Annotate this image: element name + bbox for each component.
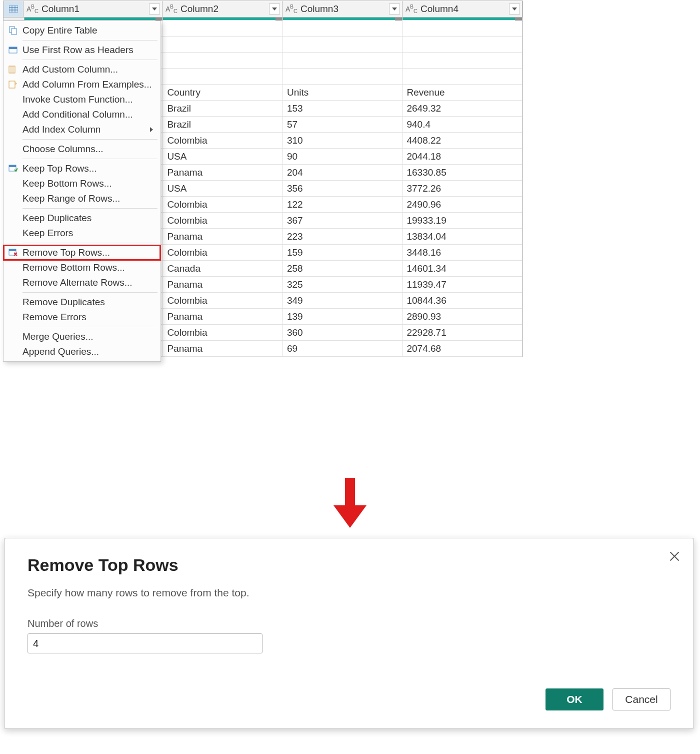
menu-remove-top-rows[interactable]: Remove Top Rows... <box>4 245 160 260</box>
cell[interactable]: Canada <box>163 261 283 277</box>
ok-button[interactable]: OK <box>546 688 604 710</box>
cell[interactable]: Country <box>163 85 283 101</box>
cell[interactable]: 57 <box>283 117 403 133</box>
cell[interactable] <box>163 21 283 37</box>
cell[interactable]: Colombia <box>163 245 283 261</box>
cell[interactable]: 360 <box>283 325 403 341</box>
cell[interactable] <box>163 37 283 53</box>
cell[interactable]: 349 <box>283 293 403 309</box>
cell[interactable]: 940.4 <box>402 117 522 133</box>
cell[interactable]: 14601.34 <box>402 261 522 277</box>
cell[interactable]: 356 <box>283 181 403 197</box>
table-menu-corner-button[interactable] <box>4 1 24 18</box>
cell[interactable]: 139 <box>283 309 403 325</box>
cell[interactable]: Panama <box>163 165 283 181</box>
menu-add-custom-column[interactable]: Add Custom Column... <box>4 62 160 77</box>
cell[interactable]: Panama <box>163 229 283 245</box>
cell[interactable]: 258 <box>283 261 403 277</box>
cell[interactable] <box>402 37 522 53</box>
cell[interactable] <box>163 53 283 69</box>
menu-append-queries[interactable]: Append Queries... <box>4 344 160 359</box>
abc-type-icon: ABC <box>286 4 298 14</box>
menu-keep-bottom-rows[interactable]: Keep Bottom Rows... <box>4 176 160 191</box>
menu-choose-columns[interactable]: Choose Columns... <box>4 142 160 157</box>
cell[interactable]: 3772.26 <box>402 181 522 197</box>
cell[interactable]: 13834.04 <box>402 229 522 245</box>
cell[interactable]: USA <box>163 149 283 165</box>
field-label: Number of rows <box>28 618 670 629</box>
cell[interactable]: 122 <box>283 197 403 213</box>
cell[interactable]: 4408.22 <box>402 133 522 149</box>
cell[interactable]: Colombia <box>163 133 283 149</box>
cell[interactable] <box>283 37 403 53</box>
cell[interactable] <box>283 53 403 69</box>
cell[interactable]: Panama <box>163 341 283 357</box>
cell[interactable]: 2044.18 <box>402 149 522 165</box>
cell[interactable]: 11939.47 <box>402 277 522 293</box>
cell[interactable] <box>283 21 403 37</box>
remove-top-rows-dialog: Remove Top Rows Specify how many rows to… <box>4 538 694 729</box>
column-header-4[interactable]: ABC Column4 <box>402 1 522 18</box>
column-header-2[interactable]: ABC Column2 <box>162 1 282 18</box>
cell[interactable]: 2490.96 <box>402 197 522 213</box>
menu-invoke-custom-function[interactable]: Invoke Custom Function... <box>4 92 160 107</box>
cell[interactable]: Revenue <box>402 85 522 101</box>
cell[interactable]: 69 <box>283 341 403 357</box>
menu-keep-range-of-rows[interactable]: Keep Range of Rows... <box>4 191 160 206</box>
cell[interactable]: Units <box>283 85 403 101</box>
menu-merge-queries[interactable]: Merge Queries... <box>4 329 160 344</box>
column-filter-button[interactable] <box>269 4 280 15</box>
column-filter-button[interactable] <box>149 4 160 15</box>
column-filter-button[interactable] <box>509 4 520 15</box>
cell[interactable]: 310 <box>283 133 403 149</box>
cell[interactable]: 2649.32 <box>402 101 522 117</box>
menu-add-index-column[interactable]: Add Index Column <box>4 122 160 137</box>
menu-add-column-from-examples[interactable]: Add Column From Examples... <box>4 77 160 92</box>
cell[interactable]: 90 <box>283 149 403 165</box>
column-filter-button[interactable] <box>389 4 400 15</box>
menu-remove-bottom-rows[interactable]: Remove Bottom Rows... <box>4 260 160 275</box>
cell[interactable]: 325 <box>283 277 403 293</box>
menu-keep-duplicates[interactable]: Keep Duplicates <box>4 211 160 226</box>
menu-remove-errors[interactable]: Remove Errors <box>4 310 160 325</box>
cell[interactable]: USA <box>163 181 283 197</box>
cell[interactable]: 19933.19 <box>402 213 522 229</box>
cell[interactable] <box>402 53 522 69</box>
column-header-3[interactable]: ABC Column3 <box>282 1 402 18</box>
cell[interactable] <box>402 21 522 37</box>
dialog-close-button[interactable] <box>668 549 682 563</box>
arrow-down-icon <box>332 478 368 528</box>
cell[interactable]: 22928.71 <box>402 325 522 341</box>
cell[interactable] <box>283 69 403 85</box>
cell[interactable]: 3448.16 <box>402 245 522 261</box>
cell[interactable] <box>163 69 283 85</box>
cell[interactable]: 16330.85 <box>402 165 522 181</box>
cell[interactable]: 223 <box>283 229 403 245</box>
menu-remove-alternate-rows[interactable]: Remove Alternate Rows... <box>4 275 160 290</box>
cell[interactable]: 153 <box>283 101 403 117</box>
menu-remove-duplicates[interactable]: Remove Duplicates <box>4 295 160 310</box>
menu-use-first-row-headers[interactable]: Use First Row as Headers <box>4 43 160 58</box>
cell[interactable]: Colombia <box>163 325 283 341</box>
menu-add-conditional-column[interactable]: Add Conditional Column... <box>4 107 160 122</box>
number-of-rows-input[interactable] <box>28 633 262 653</box>
cell[interactable]: 367 <box>283 213 403 229</box>
cell[interactable]: Brazil <box>163 117 283 133</box>
cell[interactable]: Panama <box>163 277 283 293</box>
cell[interactable]: Brazil <box>163 101 283 117</box>
cell[interactable]: 159 <box>283 245 403 261</box>
cell[interactable]: Colombia <box>163 197 283 213</box>
cancel-button[interactable]: Cancel <box>612 688 670 710</box>
menu-keep-top-rows[interactable]: Keep Top Rows... <box>4 161 160 176</box>
cell[interactable] <box>402 69 522 85</box>
menu-keep-errors[interactable]: Keep Errors <box>4 226 160 241</box>
cell[interactable]: Panama <box>163 309 283 325</box>
cell[interactable]: Colombia <box>163 293 283 309</box>
cell[interactable]: 10844.36 <box>402 293 522 309</box>
cell[interactable]: 2074.68 <box>402 341 522 357</box>
menu-copy-entire-table[interactable]: Copy Entire Table <box>4 23 160 38</box>
column-header-1[interactable]: ABC Column1 <box>24 1 162 18</box>
cell[interactable]: 2890.93 <box>402 309 522 325</box>
cell[interactable]: 204 <box>283 165 403 181</box>
cell[interactable]: Colombia <box>163 213 283 229</box>
